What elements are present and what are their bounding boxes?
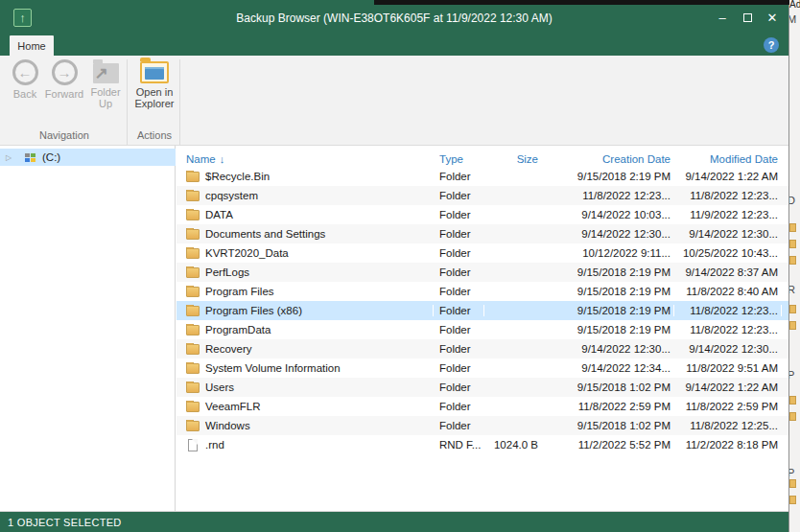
open-in-explorer-icon: [140, 61, 169, 83]
row-creation-date: 9/15/2018 2:19 PM: [542, 324, 674, 335]
forward-button[interactable]: → Forward: [43, 59, 85, 100]
row-creation-date: 9/14/2022 10:03...: [542, 209, 674, 220]
background-icon-fragment: [789, 240, 796, 248]
row-creation-date: 9/15/2018 1:02 PM: [542, 420, 674, 431]
background-icon-fragment: [789, 412, 796, 421]
row-type-icon: [186, 287, 200, 297]
back-label: Back: [13, 88, 36, 100]
row-creation-date: 11/2/2022 5:52 PM: [542, 439, 674, 451]
table-row[interactable]: System Volume Information Folder 9/14/20…: [176, 359, 788, 378]
help-icon[interactable]: ?: [764, 37, 779, 53]
row-modified-date: 9/14/2022 12:30...: [674, 228, 782, 240]
row-modified-date: 9/14/2022 1:22 AM: [674, 171, 782, 182]
back-button[interactable]: ← Back: [7, 59, 43, 100]
table-row[interactable]: Users Folder 9/15/2018 1:02 PM 9/14/2022…: [176, 378, 788, 397]
row-type-icon: [186, 382, 200, 393]
table-row[interactable]: .rnd RND F... 1024.0 B 11/2/2022 5:52 PM…: [176, 435, 788, 454]
window-title: Backup Browser (WIN-E38OT6K605F at 11/9/…: [0, 12, 788, 25]
minimize-button[interactable]: –: [710, 7, 735, 28]
column-header-creation-date[interactable]: Creation Date: [542, 153, 674, 165]
background-console-strip: [374, 0, 789, 5]
row-type: Folder: [434, 266, 484, 278]
row-type-icon: [186, 402, 200, 412]
column-header-name[interactable]: Name ↓: [176, 153, 434, 165]
column-header-type[interactable]: Type: [434, 153, 484, 165]
row-type: Folder: [434, 420, 484, 431]
row-name: DATA: [205, 209, 233, 220]
sort-desc-icon: ↓: [220, 153, 225, 165]
open-in-explorer-button[interactable]: Open inExplorer: [130, 59, 178, 109]
table-row[interactable]: cpqsystem Folder 11/8/2022 12:23... 11/8…: [176, 186, 788, 205]
table-row[interactable]: VeeamFLR Folder 11/8/2022 2:59 PM 11/8/2…: [176, 397, 788, 416]
row-creation-date: 11/8/2022 12:23...: [542, 190, 674, 201]
row-name: .rnd: [205, 439, 224, 451]
background-icon-fragment: [789, 396, 796, 405]
row-type: Folder: [434, 209, 484, 220]
tab-home[interactable]: Home: [10, 35, 54, 56]
folder-up-button[interactable]: ↗ FolderUp: [87, 59, 124, 109]
row-creation-date: 10/12/2022 9:11...: [542, 247, 674, 259]
forward-label: Forward: [45, 88, 83, 100]
row-size: 1024.0 B: [484, 439, 542, 451]
row-type-icon: [186, 229, 200, 240]
row-name: PerfLogs: [205, 266, 249, 278]
tab-strip: Home ?: [0, 35, 788, 56]
group-label-navigation: Navigation: [4, 129, 125, 141]
row-modified-date: 9/14/2022 12:30...: [674, 343, 782, 355]
row-creation-date: 9/14/2022 12:30...: [542, 228, 674, 240]
window-controls: – ✕: [710, 7, 785, 28]
row-type: RND F...: [434, 439, 484, 451]
background-icon-fragment: [789, 256, 796, 265]
table-row[interactable]: Recovery Folder 9/14/2022 12:30... 9/14/…: [176, 339, 788, 359]
ribbon: ← Back → Forward ↗ FolderUp Open inExplo…: [0, 56, 788, 146]
row-type: Folder: [434, 228, 484, 240]
row-type-icon: [186, 248, 200, 259]
row-name: Users: [205, 382, 234, 393]
row-type-icon: [186, 267, 200, 278]
row-creation-date: 9/15/2018 2:19 PM: [542, 286, 674, 297]
app-icon: ↑: [13, 9, 32, 27]
row-modified-date: 10/25/2022 10:43...: [674, 247, 782, 259]
tree-item-c-drive[interactable]: ▷ (C:): [0, 149, 176, 166]
backup-browser-window: ↑ Backup Browser (WIN-E38OT6K605F at 11/…: [0, 0, 789, 532]
row-creation-date: 9/15/2018 2:19 PM: [542, 305, 674, 316]
table-row[interactable]: Documents and Settings Folder 9/14/2022 …: [176, 224, 788, 243]
chevron-right-icon[interactable]: ▷: [6, 153, 23, 162]
row-type: Folder: [434, 305, 484, 316]
table-row[interactable]: Program Files (x86) Folder 9/15/2018 2:1…: [176, 301, 788, 320]
column-header-size[interactable]: Size: [484, 153, 542, 165]
row-name: System Volume Information: [205, 362, 341, 374]
table-row[interactable]: DATA Folder 9/14/2022 10:03... 11/9/2022…: [176, 205, 788, 224]
background-letter-fragment: R: [789, 284, 795, 295]
forward-icon: →: [52, 59, 78, 85]
row-type-icon: [186, 421, 200, 431]
group-label-actions: Actions: [130, 129, 178, 141]
background-letter-fragment: P: [789, 369, 794, 381]
row-type: Folder: [434, 247, 484, 259]
table-row[interactable]: KVRT2020_Data Folder 10/12/2022 9:11... …: [176, 243, 788, 263]
row-type: Folder: [434, 362, 484, 374]
row-creation-date: 9/14/2022 12:34...: [542, 362, 674, 374]
background-icon-fragment: [789, 496, 796, 504]
close-button[interactable]: ✕: [760, 7, 785, 28]
row-creation-date: 9/15/2018 2:19 PM: [542, 266, 674, 278]
row-name: Windows: [205, 420, 250, 431]
file-list-header: Name ↓ Type Size Creation Date Modified …: [176, 146, 788, 167]
table-row[interactable]: PerfLogs Folder 9/15/2018 2:19 PM 9/14/2…: [176, 263, 788, 282]
row-type-icon: [186, 210, 200, 220]
row-name: ProgramData: [205, 324, 271, 335]
table-row[interactable]: ProgramData Folder 9/15/2018 2:19 PM 11/…: [176, 320, 788, 339]
row-type: Folder: [434, 286, 484, 297]
row-name: Program Files (x86): [205, 305, 302, 316]
row-modified-date: 11/8/2022 12:25...: [674, 420, 782, 431]
content-area: ▷ (C:) Name ↓ Type Size Creation Date: [0, 146, 788, 512]
row-name: Program Files: [205, 286, 274, 297]
table-row[interactable]: Windows Folder 9/15/2018 1:02 PM 11/8/20…: [176, 416, 788, 435]
table-row[interactable]: Program Files Folder 9/15/2018 2:19 PM 1…: [176, 282, 788, 301]
row-creation-date: 9/15/2018 2:19 PM: [542, 171, 674, 182]
maximize-button[interactable]: [735, 7, 760, 28]
table-row[interactable]: $Recycle.Bin Folder 9/15/2018 2:19 PM 9/…: [176, 167, 788, 186]
column-header-modified-date[interactable]: Modified Date: [674, 153, 782, 165]
row-type-icon: [186, 325, 200, 335]
row-name: KVRT2020_Data: [205, 247, 289, 259]
